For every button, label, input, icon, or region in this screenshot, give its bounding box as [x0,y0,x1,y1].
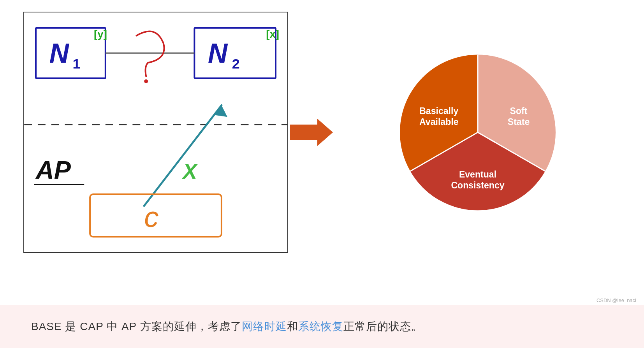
bottom-text-after: 正常后的状态。 [343,319,422,334]
svg-text:[y]: [y] [94,28,107,40]
svg-text:2: 2 [232,56,240,72]
svg-text:c: c [144,201,158,233]
bottom-text-before: BASE 是 CAP 中 AP 方案的延伸，考虑了 [31,319,242,334]
svg-text:1: 1 [72,56,80,72]
whiteboard-diagram: N 1 [y] N 2 [x] X AP [23,12,288,253]
svg-text:Basically: Basically [419,106,458,116]
svg-text:X: X [182,160,199,183]
pie-chart: Basically Available Soft State Eventual … [396,51,560,214]
svg-text:Available: Available [419,117,459,127]
svg-text:State: State [508,117,530,127]
svg-text:Soft: Soft [510,106,528,116]
pie-chart-section: Basically Available Soft State Eventual … [335,51,621,214]
svg-line-11 [144,105,222,206]
watermark: CSDN @lee_nacl [596,297,636,303]
bottom-description-bar: BASE 是 CAP 中 AP 方案的延伸，考虑了 网络时延 和 系统恢复 正常… [0,305,644,348]
svg-point-9 [144,79,148,83]
svg-text:N: N [49,38,70,69]
bottom-link-system-recovery[interactable]: 系统恢复 [298,319,343,334]
svg-text:Consistency: Consistency [451,180,504,190]
svg-text:Eventual: Eventual [459,169,496,179]
direction-arrow [288,117,335,148]
svg-marker-18 [290,119,333,146]
svg-marker-12 [214,105,227,117]
svg-text:[x]: [x] [266,28,279,40]
bottom-text-middle: 和 [287,319,298,334]
bottom-link-network-delay[interactable]: 网络时延 [242,319,287,334]
svg-text:N: N [208,38,228,69]
svg-text:AP: AP [35,156,71,184]
